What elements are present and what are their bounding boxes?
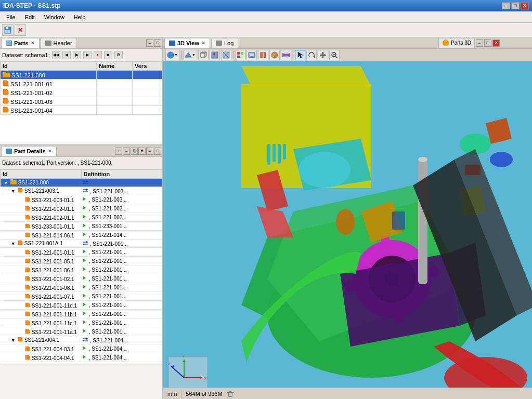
tree-row[interactable]: SS1-221-003-01.1 , SS1-221-003... [1, 195, 162, 204]
3d-viewport[interactable]: X Y Z [163, 61, 532, 388]
tree-row[interactable]: SS1-221-001-08.1 , SS1-221-001... [1, 283, 162, 292]
wireframe-button[interactable] [198, 50, 209, 60]
collapse-btn[interactable]: ▼ [10, 188, 16, 194]
row-icon [25, 197, 30, 203]
pmi-button[interactable]: Σ [269, 50, 280, 60]
menu-file[interactable]: File [2, 13, 20, 21]
shaded-button[interactable]: ▼ [183, 50, 197, 60]
parts-table-row[interactable]: SS1-221-001-03 [1, 97, 162, 106]
tree-row[interactable]: SS1-221-004-04.1 , SS1-221-004... [1, 353, 162, 362]
row-def: , SS1-221-001... [89, 249, 127, 255]
close-3d-button[interactable]: ✕ [492, 39, 500, 47]
collapse-btn[interactable]: ▼ [10, 337, 16, 343]
parts-3d-button[interactable]: Parts 3D [438, 38, 475, 48]
svg-rect-6 [3, 73, 10, 77]
nav-play-button[interactable]: ▶ [73, 51, 81, 59]
close-button[interactable]: ✕ [521, 2, 529, 9]
display-button[interactable] [246, 50, 257, 60]
tab-header[interactable]: Header [41, 38, 77, 48]
nav-first-button[interactable]: ◀◀ [52, 51, 60, 59]
scene-button[interactable]: ▼ [165, 50, 179, 60]
maximize-details-button[interactable]: □ [154, 148, 161, 155]
tree-container[interactable]: Id Definition ▼ SS1-221-000 ▼ SS1-221-00… [0, 169, 162, 363]
tree-row[interactable]: ▼ SS1-221-003.1 , SS1-221-003... [1, 187, 162, 195]
zoom-button[interactable] [329, 50, 340, 60]
def-icon [82, 180, 88, 186]
close-file-button[interactable]: ✕ [15, 24, 26, 36]
menu-edit[interactable]: Edit [21, 13, 39, 21]
pan-button[interactable] [318, 50, 328, 60]
parts-table-row[interactable]: SS1-221-001-04 [1, 106, 162, 115]
maximize-3d-button[interactable]: □ [484, 39, 491, 47]
tab-part-details[interactable]: Part Details ✕ [1, 146, 57, 156]
tree-row[interactable]: SS1-221-001-11b.1 , SS1-221-001... [1, 310, 162, 318]
render-mode1-button[interactable] [210, 50, 220, 60]
dataset-label: Dataset: schema1; [2, 52, 50, 58]
filter-button[interactable]: ▼ [138, 148, 146, 155]
add-row-button[interactable]: + [115, 148, 122, 155]
tab-3d-view[interactable]: 3D View ✕ [164, 38, 210, 48]
svg-rect-80 [213, 53, 215, 55]
render-mode2-button[interactable] [221, 50, 231, 60]
svg-text:X: X [204, 376, 207, 381]
rotate-button[interactable] [306, 50, 317, 60]
tab-parts[interactable]: Parts ✕ [1, 38, 40, 48]
tree-row[interactable]: SS1-221-001-02.1 , SS1-221-001... [1, 274, 162, 283]
nav-stop-button[interactable]: ■ [104, 51, 112, 59]
nav-next-button[interactable]: ▶ [83, 51, 92, 59]
maximize-button[interactable]: □ [511, 2, 520, 9]
collapse-btn[interactable]: ▼ [3, 180, 9, 186]
menu-help[interactable]: Help [70, 13, 90, 21]
nav-prev-button[interactable]: ◀ [62, 51, 71, 59]
svg-marker-29 [83, 215, 86, 219]
tree-row[interactable]: SS1-221-001-11a.1 , SS1-221-001... [1, 327, 162, 336]
collapse-btn[interactable]: ▼ [10, 241, 16, 247]
tree-col-def: Definition [81, 170, 162, 179]
tab-log[interactable]: Log [211, 38, 238, 48]
parts-table-container[interactable]: Id Name Vers SS1-221-000 SS1-221-001-01 … [0, 61, 162, 144]
minimize-3d-button[interactable]: – [476, 39, 483, 47]
save-button[interactable] [2, 24, 14, 36]
tab-details-close[interactable]: ✕ [48, 149, 52, 154]
tree-row[interactable]: SS1-233-001-01.1 , SS1-233-001... [1, 222, 162, 231]
select-button[interactable] [295, 50, 305, 60]
menu-window[interactable]: Window [40, 13, 69, 21]
tab-parts-close[interactable]: ✕ [31, 41, 35, 46]
tree-row[interactable]: SS1-221-014-06.1 , SS1-221-014... [1, 231, 162, 240]
tree-row[interactable]: SS1-221-001-01.1 , SS1-221-001... [1, 248, 162, 257]
svg-marker-105 [320, 54, 321, 56]
minimize-panel-button[interactable]: – [146, 39, 153, 47]
tab-3d-close[interactable]: ✕ [201, 41, 205, 46]
def-icon [82, 285, 87, 290]
tree-row[interactable]: ▼ SS1-221-004.1 , SS1-221-004... [1, 336, 162, 344]
tree-row[interactable]: ▼ SS1-221-000 [1, 179, 162, 187]
parts-table-row[interactable]: SS1-221-001-02 [1, 88, 162, 97]
nav-record-button[interactable]: ● [94, 51, 102, 59]
color-button[interactable] [235, 50, 245, 60]
parts-table-row[interactable]: SS1-221-000 [1, 71, 162, 79]
minimize-details-button[interactable]: – [146, 148, 153, 155]
tree-row[interactable]: ▼ SS1-221-001A.1 , SS1-221-001... [1, 240, 162, 248]
log-icon [216, 41, 222, 46]
tree-row[interactable]: SS1-221-001-05.1 , SS1-221-001... [1, 257, 162, 265]
remove-row-button[interactable]: – [123, 148, 130, 155]
tree-row[interactable]: SS1-221-002-01.1 , SS1-221-002... [1, 204, 162, 213]
tree-row[interactable]: SS1-221-001-06.1 , SS1-221-001... [1, 265, 162, 274]
nav-settings-button[interactable]: ⚙ [114, 51, 123, 59]
row-def: , SS1-221-004... [89, 346, 127, 352]
tree-row[interactable]: SS1-221-001-11c.1 , SS1-221-001... [1, 318, 162, 327]
leaf-btn [17, 222, 23, 229]
section-button[interactable] [258, 50, 268, 60]
parts-table-row[interactable]: SS1-221-001-01 [1, 79, 162, 88]
maximize-panel-button[interactable]: □ [154, 39, 161, 47]
tab-header-label: Header [54, 40, 72, 46]
measure-button[interactable] [281, 50, 291, 60]
tree-row[interactable]: SS1-221-004-03.1 , SS1-221-004... [1, 344, 162, 353]
3d-canvas-area[interactable]: X Y Z [163, 61, 532, 388]
tree-row[interactable]: SS1-221-001-11d.1 , SS1-221-001... [1, 301, 162, 310]
minimize-button[interactable]: – [502, 2, 510, 9]
tree-row[interactable]: SS1-221-002-01.1 , SS1-221-002... [1, 213, 162, 222]
tree-row[interactable]: SS1-221-001-07.1 , SS1-221-001... [1, 292, 162, 301]
copy-button[interactable]: ⎘ [131, 148, 138, 155]
trash-icon[interactable] [227, 390, 234, 397]
